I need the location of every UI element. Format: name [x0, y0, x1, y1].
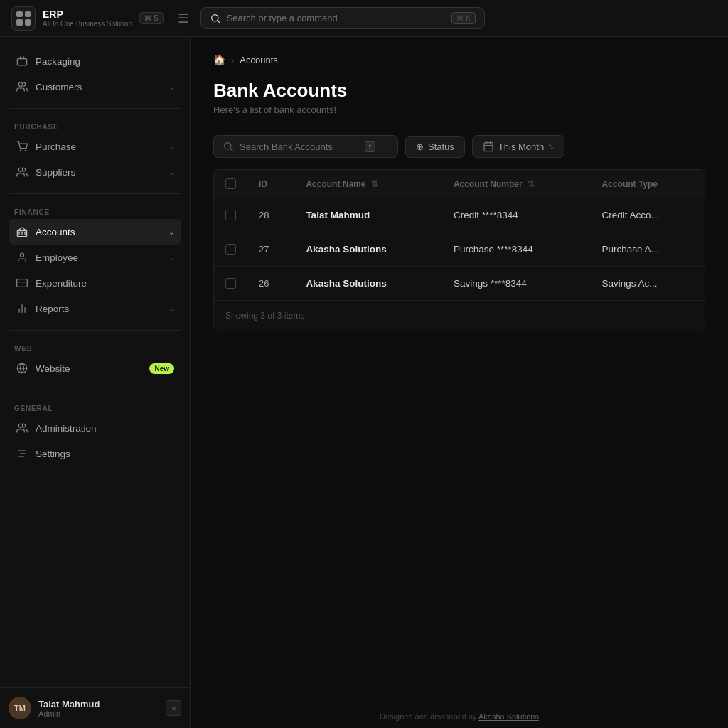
bank-search[interactable]: t [213, 135, 398, 158]
row-account-name: Akasha Solutions [294, 232, 442, 267]
bank-icon [16, 225, 28, 238]
brand: ERP All In One Business Solution [43, 9, 132, 28]
global-search[interactable]: ⌘ K [200, 7, 485, 29]
sidebar-item-administration[interactable]: Administration [9, 415, 181, 441]
sidebar-item-purchase[interactable]: Purchase ⌄ [9, 134, 181, 159]
row-account-type: Purchase A... [591, 232, 705, 267]
date-filter-button[interactable]: This Month ⇅ [472, 135, 564, 158]
breadcrumb-separator: › [231, 55, 234, 65]
row-checkbox-cell[interactable] [214, 232, 247, 267]
user-footer: TM Talat Mahmud Admin ⌅ [0, 687, 190, 728]
table-row[interactable]: 27 Akasha Solutions Purchase ****8344 Pu… [214, 232, 705, 267]
table-footer: Showing 3 of 3 items. [214, 300, 705, 331]
sidebar: Packaging Customers ⌄ PURCHASE Purchase … [0, 37, 191, 728]
sidebar-item-suppliers[interactable]: Suppliers ⌄ [9, 159, 181, 185]
sidebar-divider-4 [9, 390, 181, 390]
app-shortcut: ⌘ S [139, 12, 163, 24]
employee-icon [16, 251, 28, 264]
select-all-checkbox[interactable] [225, 178, 236, 189]
table-row[interactable]: 26 Akasha Solutions Savings ****8344 Sav… [214, 267, 705, 301]
col-id[interactable]: ID [247, 170, 294, 198]
sort-icon: ⇅ [528, 179, 535, 189]
topbar: ERP All In One Business Solution ⌘ S ☰ ⌘… [0, 0, 728, 37]
table-header-row: ID Account Name ⇅ Account Number ⇅ [214, 170, 705, 198]
bank-accounts-table: ID Account Name ⇅ Account Number ⇅ [213, 169, 705, 331]
search-badge: t [365, 141, 375, 152]
footer-link[interactable]: Akasha Solutions [478, 712, 539, 721]
plus-circle-icon: ⊕ [416, 141, 424, 152]
row-account-number: Savings ****8344 [442, 267, 591, 301]
col-account-type[interactable]: Account Type [591, 170, 705, 198]
page-subtitle: Here's a list of bank accounts! [213, 105, 705, 115]
people-icon [16, 166, 28, 178]
page-header: Bank Accounts Here's a list of bank acco… [213, 80, 705, 115]
page-title: Bank Accounts [213, 80, 705, 102]
users-icon [16, 80, 28, 93]
chevron-down-icon: ⌄ [168, 305, 174, 313]
chevron-down-icon: ⌄ [168, 168, 174, 176]
globe-icon [16, 362, 28, 375]
sidebar-divider-2 [9, 193, 181, 194]
user-role: Admin [38, 710, 159, 718]
row-checkbox-cell[interactable] [214, 267, 247, 301]
sidebar-item-packaging[interactable]: Packaging [9, 48, 181, 74]
svg-line-1 [218, 21, 220, 23]
brand-name: ERP [43, 9, 132, 21]
row-checkbox-cell[interactable] [214, 198, 247, 232]
svg-point-19 [18, 424, 22, 427]
status-filter-button[interactable]: ⊕ Status [405, 136, 465, 158]
sidebar-item-accounts[interactable]: Accounts ⌄ [9, 219, 181, 245]
sidebar-item-employee[interactable]: Employee ⌄ [9, 245, 181, 270]
sidebar-item-website[interactable]: Website New [9, 355, 181, 381]
settings-icon [16, 447, 28, 460]
select-all-header[interactable] [214, 170, 247, 198]
admin-icon [16, 422, 28, 434]
sidebar-item-customers[interactable]: Customers ⌄ [9, 74, 181, 100]
row-id: 26 [247, 267, 294, 301]
col-account-name[interactable]: Account Name ⇅ [294, 170, 442, 198]
sidebar-item-reports[interactable]: Reports ⌄ [9, 296, 181, 321]
row-checkbox[interactable] [225, 210, 236, 220]
search-icon [210, 13, 221, 24]
row-account-number: Credit ****8344 [442, 198, 591, 232]
sort-icon: ⇅ [371, 179, 378, 189]
main-content: 🏠 › Accounts Bank Accounts Here's a list… [191, 37, 728, 728]
row-checkbox[interactable] [225, 278, 236, 289]
table-row[interactable]: 28 Talat Mahmud Credit ****8344 Credit A… [214, 198, 705, 232]
breadcrumb-current: Accounts [240, 55, 277, 65]
svg-point-3 [18, 82, 22, 86]
svg-point-5 [26, 150, 26, 151]
menu-icon[interactable]: ☰ [178, 11, 189, 26]
content-footer: Designed and developed by Akasha Solutio… [191, 705, 728, 728]
row-account-name: Akasha Solutions [294, 267, 442, 301]
search-icon [223, 141, 234, 152]
svg-rect-12 [17, 279, 28, 287]
calendar-icon [483, 141, 494, 152]
user-info: Talat Mahmud Admin [38, 699, 159, 718]
sidebar-section-top: Packaging Customers ⌄ [0, 37, 190, 105]
row-id: 28 [247, 198, 294, 232]
sidebar-section-purchase: PURCHASE Purchase ⌄ Suppliers ⌄ [0, 112, 190, 191]
sidebar-item-expenditure[interactable]: Expenditure [9, 270, 181, 296]
chevron-down-icon: ⌄ [168, 83, 174, 91]
chevron-down-icon: ⌄ [168, 143, 174, 151]
chart-icon [16, 302, 28, 315]
shopping-icon [16, 140, 28, 153]
row-account-type: Credit Acco... [591, 198, 705, 232]
sidebar-divider-1 [9, 108, 181, 109]
svg-rect-2 [17, 59, 26, 65]
breadcrumb-home[interactable]: 🏠 [213, 54, 225, 65]
sidebar-item-settings[interactable]: Settings [9, 441, 181, 466]
row-account-type: Savings Ac... [591, 267, 705, 301]
box-icon [16, 55, 28, 68]
breadcrumb: 🏠 › Accounts [213, 54, 705, 65]
chevron-down-icon: ⌄ [168, 228, 174, 236]
sidebar-section-general: GENERAL Administration Settings [0, 393, 190, 472]
avatar: TM [9, 697, 31, 719]
row-checkbox[interactable] [225, 244, 236, 255]
bank-search-input[interactable] [240, 141, 359, 152]
user-menu-button[interactable]: ⌅ [166, 700, 181, 716]
search-input[interactable] [227, 13, 446, 23]
col-account-number[interactable]: Account Number ⇅ [442, 170, 591, 198]
sidebar-section-finance: FINANCE Accounts ⌄ Employee ⌄ Expendit [0, 197, 190, 327]
